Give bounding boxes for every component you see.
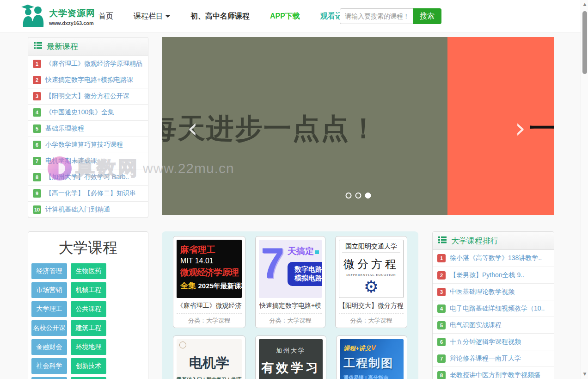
latest-courses-title: 最新课程 [47, 41, 78, 52]
course-link[interactable]: 快速搞定数字电路+模拟电路课 [45, 76, 133, 84]
course-card-title[interactable]: 《麻省理工》微观经济 [177, 302, 242, 310]
chevron-down-icon [165, 15, 170, 18]
category-tag[interactable]: 名校公开课 [31, 320, 67, 336]
brand-name: 大学资源网 [49, 7, 95, 19]
logo-people-icon [21, 3, 45, 31]
list-item[interactable]: 2【老男孩】Python全栈 9.. [433, 267, 554, 283]
scrollbar-thumb[interactable] [582, 11, 587, 74]
course-link[interactable]: 【老男孩】Python全栈 9.. [450, 271, 524, 280]
course-card-engineering-drawing[interactable]: 课程+讲义V 工程制图 通俗易懂 | 高分指南 期末突击 90+！! ↗ [336, 336, 407, 379]
course-link[interactable]: 徐小湛《高等数学》138讲教学.. [450, 254, 542, 262]
list-item[interactable]: 4《中国通史100集》全集 [28, 104, 148, 120]
course-link[interactable]: 计算机基础入门到精通 [45, 205, 110, 214]
course-card-digital-circuit[interactable]: 7 天搞定 数字电路 模拟电路 快速搞定数字电路+模 分类：大学课程 [255, 236, 325, 328]
course-card-motor[interactable]: 电机学 零基础入门 | 期末复习 | 考研基础 [173, 336, 245, 379]
carousel-dot-1[interactable] [345, 193, 351, 199]
course-link[interactable]: 老教授讲中医方剂学教学视频播 [450, 371, 540, 379]
category-tag[interactable]: 机械工程 [71, 282, 106, 298]
category-tag[interactable]: 创新技术 [71, 358, 106, 374]
nav-item-home[interactable]: 首页 [98, 12, 113, 21]
course-link[interactable]: 辩论修养课程—南开大学 [450, 354, 521, 363]
category-tag[interactable]: 市场营销 [31, 282, 67, 298]
category-tag[interactable]: 经济管理 [31, 263, 67, 279]
carousel-next-icon[interactable]: › [515, 115, 526, 142]
course-card-category: 分类：大学课程 [259, 313, 322, 325]
course-link[interactable]: 小学数学速算巧算技巧课程 [45, 141, 123, 149]
course-thumbnail: 国立阳明交通大学 微分方程 DIFFERENTIAL EQUATION ⚙ [339, 240, 404, 298]
course-card-title[interactable]: 快速搞定数字电路+模 [259, 302, 322, 310]
card-row: 麻省理工 MIT 14.01 微观经济学原理 全集 2025年最新课程 《麻省理… [173, 236, 407, 328]
search-input[interactable] [340, 8, 413, 24]
list-item[interactable]: 4电子电路基础详细视频教学（10.. [433, 300, 554, 317]
course-card-mit[interactable]: 麻省理工 MIT 14.01 微观经济学原理 全集 2025年最新课程 《麻省理… [173, 236, 245, 328]
university-seal-icon: ⚙ [339, 278, 403, 296]
rank-badge: 5 [33, 124, 41, 133]
category-tags: 经济管理 生物医药 市场营销 机械工程 大学理工 公共课程 名校公开课 建筑工程… [28, 263, 148, 379]
rank-badge: 6 [437, 338, 446, 346]
list-item[interactable]: 7辩论修养课程—南开大学 [433, 350, 554, 367]
logo[interactable]: 大学资源网 www.dxzy163.com [21, 3, 95, 31]
list-item[interactable]: 6小学数学速算巧算技巧课程 [28, 137, 148, 153]
list-item[interactable]: 1《麻省理工》微观经济学原理精品 [28, 56, 148, 72]
list-item[interactable]: 2快速搞定数字电路+模拟电路课 [28, 72, 148, 88]
course-link[interactable]: 《中国通史100集》全集 [45, 108, 114, 117]
nav-item-catalog[interactable]: 课程栏目 [134, 12, 170, 21]
carousel-next-slide-text: 一起 [529, 110, 554, 148]
rank-badge: 1 [437, 254, 446, 262]
course-link[interactable]: 基础乐理教程 [45, 124, 84, 133]
course-link[interactable]: 电气识图实战课程 [450, 321, 502, 329]
category-tag[interactable]: 哲学课程 [71, 377, 106, 379]
course-thumbnail: 麻省理工 MIT 14.01 微观经济学原理 全集 2025年最新课程 [177, 240, 242, 298]
category-tag[interactable]: 建筑工程 [71, 320, 106, 336]
category-tag[interactable]: 社会科学 [31, 358, 67, 374]
list-item[interactable]: 6十五分钟逻辑学课程视频 [433, 333, 554, 350]
category-tag[interactable]: 公共课程 [71, 301, 106, 317]
category-tag[interactable]: 环境地理 [71, 339, 106, 355]
category-tag[interactable]: 电子通讯 [31, 377, 67, 379]
course-thumbnail: 电机学 零基础入门 | 期末复习 | 考研基础 [177, 339, 242, 379]
course-link[interactable]: 《麻省理工》微观经济学原理精品 [45, 60, 142, 68]
category-tag[interactable]: 金融财会 [31, 339, 67, 355]
course-card-differential-equations[interactable]: 国立阳明交通大学 微分方程 DIFFERENTIAL EQUATION ⚙ 【阳… [335, 236, 407, 328]
list-item[interactable]: 9【高一化学】【必修二】知识串 [28, 185, 148, 201]
course-link[interactable]: 十五分钟逻辑学课程视频 [450, 338, 521, 346]
carousel-prev-icon[interactable]: ‹ [187, 115, 198, 142]
vertical-scrollbar[interactable]: ▲ ▼ [581, 0, 588, 379]
navbar: 大学资源网 www.dxzy163.com 首页 课程栏目 初、高中名师课程 A… [0, 0, 588, 32]
category-tag[interactable]: 生物医药 [71, 263, 106, 279]
brand-site-url: www.dxzy163.com [49, 20, 95, 26]
course-card-title[interactable]: 【阳明交大】微分方程 [339, 302, 404, 310]
list-item[interactable]: 5电气识图实战课程 [433, 317, 554, 333]
scroll-up-icon[interactable]: ▲ [581, 2, 588, 6]
list-item[interactable]: 8【加州大学】有效学习 Barb.. [28, 169, 148, 185]
list-item[interactable]: 5基础乐理教程 [28, 120, 148, 137]
category-tag[interactable]: 大学理工 [31, 301, 67, 317]
list-item[interactable]: 8老教授讲中医方剂学教学视频播 [433, 367, 554, 379]
search-button[interactable]: 搜索 [413, 8, 441, 24]
scroll-down-icon[interactable]: ▼ [581, 372, 588, 376]
course-link[interactable]: 电机学期末速成课 [45, 157, 97, 165]
course-link[interactable]: 中医基础理论教学视频 [450, 288, 514, 296]
rank-badge: 4 [437, 304, 446, 313]
list-item[interactable]: 10计算机基础入门到精通 [28, 201, 148, 217]
banner-carousel: 每天进步一点点！ 一起 ‹ › [162, 37, 554, 215]
course-thumbnail: 课程+讲义V 工程制图 通俗易懂 | 高分指南 期末突击 90+！! ↗ [340, 339, 404, 379]
carousel-dot-3-active[interactable] [365, 193, 371, 199]
carousel-dot-2[interactable] [355, 193, 361, 199]
course-link[interactable]: 【高一化学】【必修二】知识串 [45, 189, 136, 198]
latest-courses-header: 最新课程 [28, 37, 148, 56]
list-item[interactable]: 7电机学期末速成课 [28, 153, 148, 169]
course-link[interactable]: 【阳明交大】微分方程公开课 [45, 92, 129, 100]
list-item[interactable]: 3中医基础理论教学视频 [433, 283, 554, 300]
latest-courses-list: 1《麻省理工》微观经济学原理精品 2快速搞定数字电路+模拟电路课 3【阳明交大】… [28, 56, 148, 217]
list-item[interactable]: 3【阳明交大】微分方程公开课 [28, 88, 148, 104]
nav-item-app-download[interactable]: APP下载 [270, 12, 300, 21]
course-link[interactable]: 电子电路基础详细视频教学（10.. [450, 304, 545, 313]
course-link[interactable]: 【加州大学】有效学习 Barb.. [45, 173, 129, 181]
rank-badge: 9 [33, 189, 41, 198]
list-item[interactable]: 1徐小湛《高等数学》138讲教学.. [433, 250, 554, 267]
nav-item-school-courses[interactable]: 初、高中名师课程 [190, 12, 250, 21]
rank-badge: 5 [437, 321, 446, 329]
course-card-effective-learning[interactable]: 加州大学 有效学习 芭芭拉 [255, 336, 326, 379]
card-row: 电机学 零基础入门 | 期末复习 | 考研基础 加州大学 有效学习 芭芭拉 课程… [173, 336, 407, 379]
